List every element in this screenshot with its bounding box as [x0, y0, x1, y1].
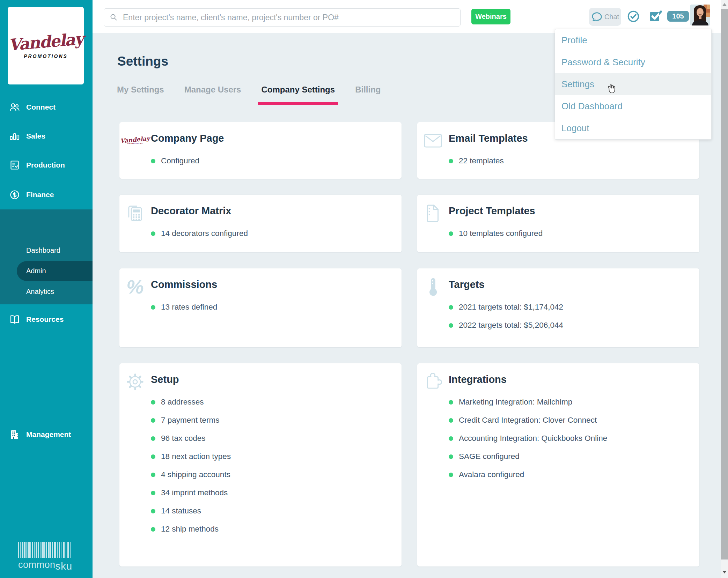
- status-text: 34 imprint methods: [161, 488, 228, 497]
- scroll-up-arrow[interactable]: [721, 1, 728, 8]
- people-icon: [9, 102, 20, 113]
- status-item: 7 payment terms: [151, 416, 393, 425]
- chat-button[interactable]: Chat: [589, 8, 621, 26]
- card-targets[interactable]: Targets2021 targets total: $1,174,042202…: [417, 268, 699, 347]
- sidebar-subitem-dashboard[interactable]: Dashboard: [0, 244, 93, 257]
- chat-label: Chat: [604, 13, 619, 21]
- status-text: 22 templates: [459, 156, 504, 165]
- calculator-icon: [125, 203, 145, 223]
- status-text: 4 shipping accounts: [161, 470, 230, 479]
- status-text: 2022 targets total: $5,206,044: [459, 321, 563, 330]
- dollar-circle-icon: [9, 189, 20, 200]
- status-item: 96 tax codes: [151, 434, 393, 443]
- card-company-page[interactable]: VandelayPROMOTIONSCompany PageConfigured: [119, 122, 402, 179]
- status-dot-icon: [449, 473, 453, 477]
- status-text: 96 tax codes: [161, 434, 206, 443]
- search-input[interactable]: [104, 8, 461, 27]
- card-title: Company Page: [151, 132, 393, 144]
- page-title: Settings: [117, 54, 168, 69]
- company-logo-subtext: PROMOTIONS: [24, 53, 68, 59]
- percent-icon: %: [126, 277, 144, 297]
- clipboard-icon: [9, 160, 20, 171]
- card-project-templates[interactable]: Project Templates10 templates configured: [417, 195, 699, 252]
- vandelay-logo-icon: VandelayPROMOTIONS: [120, 137, 150, 144]
- dollar-circle-icon: [9, 189, 20, 200]
- status-text: Accounting Integration: Quickbooks Onlin…: [459, 434, 607, 443]
- clipboard-icon: [9, 160, 20, 171]
- sidebar-item-resources[interactable]: Resources: [0, 312, 93, 326]
- sidebar-item-production[interactable]: Production: [0, 158, 93, 172]
- percent-icon: %: [125, 277, 145, 297]
- menu-item-old-dashboard[interactable]: Old Dashboard: [555, 95, 711, 117]
- status-dot-icon: [151, 454, 155, 459]
- book-icon: [9, 314, 20, 325]
- card-commissions[interactable]: %Commissions13 rates defined: [119, 268, 402, 347]
- status-text: 8 addresses: [161, 398, 204, 407]
- sidebar-item-connect[interactable]: Connect: [0, 100, 93, 114]
- menu-item-password-security[interactable]: Password & Security: [555, 51, 711, 73]
- sidebar-item-label: Management: [26, 430, 71, 439]
- status-text: 13 rates defined: [161, 303, 217, 312]
- scrollbar-thumb[interactable]: [721, 9, 728, 560]
- tab-my-settings[interactable]: My Settings: [117, 85, 164, 105]
- notification-count-badge[interactable]: 105: [667, 11, 689, 22]
- status-item: 12 ship methods: [151, 525, 393, 534]
- thermometer-icon: [423, 277, 443, 297]
- status-item: 34 imprint methods: [151, 488, 393, 497]
- menu-item-profile[interactable]: Profile: [555, 29, 711, 51]
- sidebar-item-label: Production: [26, 161, 65, 169]
- status-item: 8 addresses: [151, 398, 393, 407]
- sidebar-subitem-admin[interactable]: Admin: [17, 261, 93, 281]
- status-dot-icon: [449, 436, 453, 441]
- avatar-photo: [690, 5, 710, 25]
- commonsku-barcode-icon: [18, 542, 71, 558]
- card-integrations[interactable]: IntegrationsMarketing Integration: Mailc…: [417, 363, 699, 566]
- sidebar-item-label: Connect: [26, 103, 56, 111]
- sidebar-item-label: Resources: [26, 315, 64, 324]
- menu-item-logout[interactable]: Logout: [555, 117, 711, 139]
- card-title: Setup: [151, 373, 393, 386]
- vertical-scrollbar[interactable]: [721, 0, 728, 578]
- card-decorator-matrix[interactable]: Decorator Matrix14 decorators configured: [119, 195, 402, 252]
- status-item: 22 templates: [449, 156, 691, 165]
- sidebar-subitem-label: Dashboard: [26, 246, 60, 254]
- status-item: 13 rates defined: [151, 303, 393, 312]
- card-title: Commissions: [151, 278, 393, 291]
- status-item: Credit Card Integration: Clover Connect: [449, 416, 691, 425]
- status-item: 2021 targets total: $1,174,042: [449, 303, 691, 312]
- tab-manage-users[interactable]: Manage Users: [184, 85, 241, 105]
- commonsku-logo: commonsku: [18, 542, 74, 570]
- building-icon: [9, 429, 20, 440]
- status-dot-icon: [449, 323, 453, 328]
- status-dot-icon: [449, 231, 453, 236]
- company-logo[interactable]: Vandelay PROMOTIONS: [8, 7, 84, 84]
- status-text: Credit Card Integration: Clover Connect: [459, 416, 597, 425]
- sidebar-item-finance[interactable]: Finance: [0, 188, 93, 202]
- status-dot-icon: [449, 400, 453, 405]
- sidebar-subitem-analytics[interactable]: Analytics: [0, 285, 93, 298]
- sidebar-item-management[interactable]: Management: [0, 428, 93, 442]
- book-icon: [9, 314, 20, 325]
- menu-item-settings[interactable]: Settings: [555, 73, 711, 95]
- card-setup[interactable]: Setup8 addresses7 payment terms96 tax co…: [119, 363, 402, 566]
- user-avatar[interactable]: [690, 5, 710, 25]
- tab-billing[interactable]: Billing: [355, 85, 381, 105]
- webinars-button[interactable]: Webinars: [471, 9, 510, 24]
- top-bar: Webinars Chat 105: [93, 0, 728, 33]
- status-dot-icon: [151, 491, 155, 495]
- tab-company-settings[interactable]: Company Settings: [261, 85, 335, 105]
- scroll-down-arrow[interactable]: [721, 568, 728, 576]
- management-section: ManagementDashboardAdminAnalytics: [0, 209, 93, 304]
- sidebar-subitem-label: Analytics: [26, 288, 54, 296]
- status-dot-icon: [151, 473, 155, 477]
- check-circle-icon[interactable]: [627, 10, 640, 23]
- chat-bubble-icon: [591, 11, 603, 23]
- status-text: 12 ship methods: [161, 525, 219, 534]
- status-item: 14 statuses: [151, 506, 393, 516]
- envelope-icon: [423, 131, 443, 151]
- tasks-checkbox-icon[interactable]: [649, 9, 662, 22]
- sidebar-item-sales[interactable]: Sales: [0, 129, 93, 143]
- status-item: Avalara configured: [449, 470, 691, 479]
- status-dot-icon: [449, 305, 453, 310]
- vandelay-logo-icon: VandelayPROMOTIONS: [125, 131, 145, 151]
